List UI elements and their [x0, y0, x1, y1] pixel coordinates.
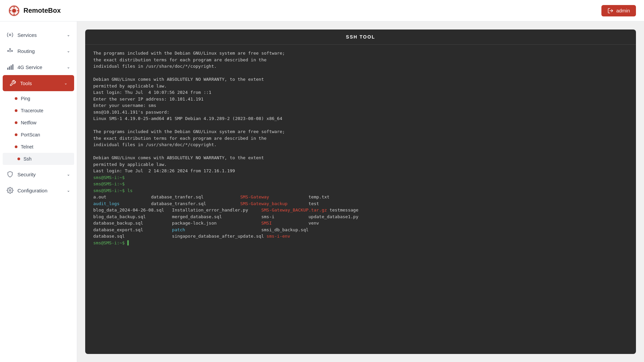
logout-icon	[607, 8, 613, 14]
services-icon	[7, 32, 13, 38]
config-icon	[7, 187, 13, 194]
app-title: RemoteBox	[23, 7, 61, 14]
config-label: Configuration	[17, 188, 47, 193]
tools-label: Tools	[20, 80, 32, 86]
main-layout: Services ⌄ Routing ⌄	[0, 21, 644, 362]
terminal-output: The programs included with the Debian GN…	[93, 50, 628, 246]
4g-chevron: ⌄	[67, 65, 70, 69]
sidebar-item-telnet[interactable]: Telnet	[0, 141, 77, 153]
terminal-body[interactable]: The programs included with the Debian GN…	[85, 45, 636, 354]
svg-point-11	[9, 49, 10, 50]
portscan-label: PortScan	[21, 132, 40, 137]
routing-icon	[7, 48, 13, 54]
routing-chevron: ⌄	[67, 49, 70, 53]
svg-rect-14	[11, 65, 12, 70]
netflow-dot	[15, 121, 17, 124]
terminal-title: SSH TOOL	[85, 29, 636, 45]
tools-subitems: Ping Traceroute Netflow PortScan Telnet …	[0, 91, 77, 166]
sidebar-item-configuration[interactable]: Configuration ⌄	[0, 182, 77, 198]
sidebar-item-ssh[interactable]: Ssh	[3, 153, 74, 165]
ssh-label: Ssh	[23, 156, 32, 162]
ssh-dot	[17, 158, 20, 160]
portscan-dot	[15, 133, 17, 136]
services-label: Services	[17, 32, 37, 38]
svg-point-8	[9, 34, 11, 36]
svg-point-2	[12, 9, 16, 13]
svg-point-10	[11, 50, 12, 51]
sidebar-item-netflow[interactable]: Netflow	[0, 117, 77, 129]
sidebar-item-services[interactable]: Services ⌄	[0, 27, 77, 43]
svg-rect-13	[9, 66, 10, 70]
tools-icon	[9, 80, 16, 86]
security-label: Security	[17, 172, 36, 177]
telnet-dot	[15, 145, 17, 148]
security-icon	[7, 171, 13, 178]
4g-label: 4G Service	[17, 64, 42, 70]
traceroute-label: Traceroute	[21, 108, 43, 113]
tools-chevron: ⌄	[64, 81, 67, 85]
svg-point-9	[8, 50, 9, 51]
routing-label: Routing	[17, 48, 35, 54]
sidebar-item-4g[interactable]: 4G Service ⌄	[0, 59, 77, 75]
admin-button[interactable]: admin	[601, 5, 636, 16]
config-chevron: ⌄	[67, 188, 70, 193]
svg-rect-12	[7, 68, 8, 70]
telnet-label: Telnet	[21, 144, 33, 149]
traceroute-dot	[15, 109, 17, 112]
4g-icon	[7, 64, 13, 70]
sidebar-item-tools[interactable]: Tools ⌄	[3, 75, 74, 91]
services-chevron: ⌄	[67, 33, 70, 37]
content-area: SSH TOOL The programs included with the …	[77, 21, 644, 362]
sidebar-item-security[interactable]: Security ⌄	[0, 166, 77, 182]
sidebar-item-portscan[interactable]: PortScan	[0, 129, 77, 141]
netflow-label: Netflow	[21, 120, 37, 125]
logo: RemoteBox	[8, 5, 61, 17]
security-chevron: ⌄	[67, 172, 70, 177]
ping-dot	[15, 97, 17, 100]
logo-icon	[8, 5, 20, 17]
admin-label: admin	[616, 8, 630, 13]
header: RemoteBox admin	[0, 0, 644, 21]
svg-point-16	[9, 190, 11, 191]
sidebar-item-traceroute[interactable]: Traceroute	[0, 105, 77, 117]
svg-rect-15	[12, 64, 13, 70]
ping-label: Ping	[21, 96, 30, 101]
terminal-container: SSH TOOL The programs included with the …	[85, 29, 636, 354]
sidebar-item-routing[interactable]: Routing ⌄	[0, 43, 77, 59]
sidebar: Services ⌄ Routing ⌄	[0, 21, 77, 362]
sidebar-item-ping[interactable]: Ping	[0, 93, 77, 105]
